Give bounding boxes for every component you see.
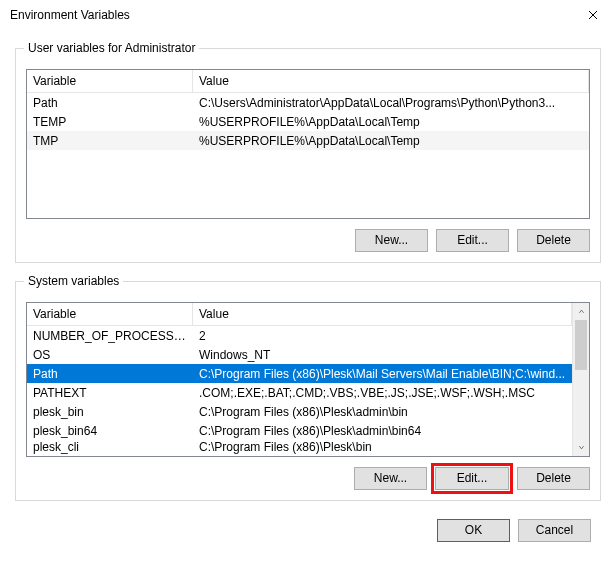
cell-value: .COM;.EXE;.BAT;.CMD;.VBS;.VBE;.JS;.JSE;.… (193, 386, 572, 400)
col-header-variable[interactable]: Variable (27, 303, 193, 325)
user-list-body: Variable Value Path C:\Users\Administrat… (27, 70, 589, 218)
user-variables-list[interactable]: Variable Value Path C:\Users\Administrat… (26, 69, 590, 219)
scroll-up-button[interactable] (573, 303, 590, 320)
system-variables-legend: System variables (24, 274, 123, 288)
scrollbar[interactable] (572, 303, 589, 456)
close-button[interactable] (570, 0, 615, 30)
scroll-track[interactable] (573, 320, 589, 439)
cancel-button[interactable]: Cancel (518, 519, 591, 542)
close-icon (588, 10, 598, 20)
cell-value: C:\Users\Administrator\AppData\Local\Pro… (193, 96, 589, 110)
cell-variable: plesk_cli (27, 440, 193, 454)
system-list-body: Variable Value NUMBER_OF_PROCESSORS 2 OS… (27, 303, 572, 456)
col-header-value[interactable]: Value (193, 303, 572, 325)
table-row[interactable]: Path C:\Program Files (x86)\Plesk\Mail S… (27, 364, 572, 383)
table-row[interactable]: NUMBER_OF_PROCESSORS 2 (27, 326, 572, 345)
cell-value: Windows_NT (193, 348, 572, 362)
cell-variable: plesk_bin64 (27, 424, 193, 438)
titlebar: Environment Variables (0, 0, 616, 30)
col-header-variable[interactable]: Variable (27, 70, 193, 92)
system-list-header: Variable Value (27, 303, 572, 326)
cell-variable: Path (27, 96, 193, 110)
chevron-down-icon (578, 444, 585, 451)
system-delete-button[interactable]: Delete (517, 467, 590, 490)
dialog-content: User variables for Administrator Variabl… (0, 30, 616, 501)
cell-value: 2 (193, 329, 572, 343)
user-edit-button[interactable]: Edit... (436, 229, 509, 252)
chevron-up-icon (578, 308, 585, 315)
scroll-down-button[interactable] (573, 439, 590, 456)
system-new-button[interactable]: New... (354, 467, 427, 490)
cell-variable: plesk_bin (27, 405, 193, 419)
table-row[interactable]: Path C:\Users\Administrator\AppData\Loca… (27, 93, 589, 112)
ok-button[interactable]: OK (437, 519, 510, 542)
user-delete-button[interactable]: Delete (517, 229, 590, 252)
dialog-button-row: OK Cancel (0, 519, 616, 554)
table-row[interactable]: TEMP %USERPROFILE%\AppData\Local\Temp (27, 112, 589, 131)
system-variables-list[interactable]: Variable Value NUMBER_OF_PROCESSORS 2 OS… (26, 302, 590, 457)
system-edit-button[interactable]: Edit... (435, 467, 509, 490)
cell-value: C:\Program Files (x86)\Plesk\admin\bin (193, 405, 572, 419)
table-row[interactable]: TMP %USERPROFILE%\AppData\Local\Temp (27, 131, 589, 150)
table-row[interactable]: OS Windows_NT (27, 345, 572, 364)
user-list-header: Variable Value (27, 70, 589, 93)
user-variables-legend: User variables for Administrator (24, 41, 199, 55)
col-header-value[interactable]: Value (193, 70, 589, 92)
cell-variable: PATHEXT (27, 386, 193, 400)
window-title: Environment Variables (10, 8, 130, 22)
system-button-row: New... Edit... Delete (26, 467, 590, 490)
scroll-thumb[interactable] (575, 320, 587, 370)
user-variables-group: User variables for Administrator Variabl… (15, 48, 601, 263)
table-row[interactable]: PATHEXT .COM;.EXE;.BAT;.CMD;.VBS;.VBE;.J… (27, 383, 572, 402)
cell-variable: TEMP (27, 115, 193, 129)
table-row[interactable]: plesk_cli C:\Program Files (x86)\Plesk\b… (27, 440, 572, 454)
cell-value: %USERPROFILE%\AppData\Local\Temp (193, 134, 589, 148)
cell-variable: Path (27, 367, 193, 381)
table-row[interactable]: plesk_bin C:\Program Files (x86)\Plesk\a… (27, 402, 572, 421)
system-variables-group: System variables Variable Value NUMBER_O… (15, 281, 601, 501)
cell-variable: TMP (27, 134, 193, 148)
cell-variable: NUMBER_OF_PROCESSORS (27, 329, 193, 343)
cell-value: %USERPROFILE%\AppData\Local\Temp (193, 115, 589, 129)
cell-value: C:\Program Files (x86)\Plesk\Mail Server… (193, 367, 572, 381)
cell-variable: OS (27, 348, 193, 362)
user-button-row: New... Edit... Delete (26, 229, 590, 252)
cell-value: C:\Program Files (x86)\Plesk\bin (193, 440, 572, 454)
table-row[interactable]: plesk_bin64 C:\Program Files (x86)\Plesk… (27, 421, 572, 440)
user-new-button[interactable]: New... (355, 229, 428, 252)
cell-value: C:\Program Files (x86)\Plesk\admin\bin64 (193, 424, 572, 438)
